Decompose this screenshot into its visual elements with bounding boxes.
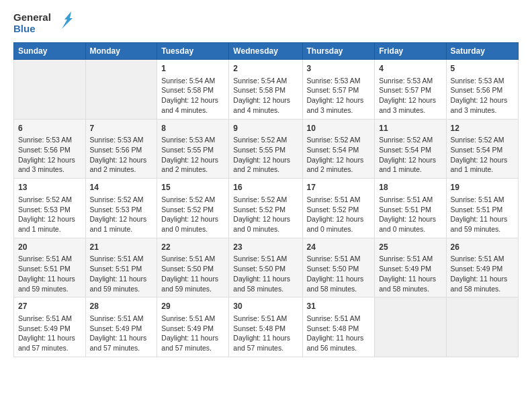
calendar-cell: 26Sunrise: 5:51 AMSunset: 5:49 PMDayligh… (446, 238, 518, 298)
calendar-week-row: 20Sunrise: 5:51 AMSunset: 5:51 PMDayligh… (14, 238, 519, 298)
daylight-label: Daylight: 12 hours and 1 minute. (379, 156, 436, 174)
day-number: 25 (379, 242, 441, 253)
sunrise-label: Sunrise: 5:51 AM (233, 314, 287, 322)
sunrise-label: Sunrise: 5:53 AM (307, 77, 361, 85)
sunset-label: Sunset: 5:52 PM (307, 205, 359, 214)
day-number: 6 (18, 123, 81, 134)
sunset-label: Sunset: 5:50 PM (161, 265, 214, 273)
daylight-label: Daylight: 12 hours and 3 minutes. (18, 156, 75, 174)
sunset-label: Sunset: 5:55 PM (233, 146, 285, 154)
day-number: 21 (90, 242, 153, 253)
sunset-label: Sunset: 5:56 PM (90, 146, 142, 154)
daylight-label: Daylight: 12 hours and 2 minutes. (161, 156, 218, 174)
daylight-label: Daylight: 11 hours and 58 minutes. (307, 275, 364, 293)
daylight-label: Daylight: 12 hours and 2 minutes. (90, 156, 147, 174)
daylight-label: Daylight: 11 hours and 59 minutes. (90, 275, 147, 293)
calendar-week-row: 6Sunrise: 5:53 AMSunset: 5:56 PMDaylight… (14, 119, 519, 179)
calendar-cell: 19Sunrise: 5:51 AMSunset: 5:51 PMDayligh… (446, 179, 518, 238)
calendar-cell: 24Sunrise: 5:51 AMSunset: 5:50 PMDayligh… (302, 238, 375, 298)
calendar-cell: 8Sunrise: 5:53 AMSunset: 5:55 PMDaylight… (157, 119, 229, 179)
sunrise-label: Sunrise: 5:51 AM (307, 255, 361, 263)
sunrise-label: Sunrise: 5:51 AM (307, 314, 361, 322)
sunrise-label: Sunrise: 5:51 AM (233, 255, 287, 263)
sunrise-label: Sunrise: 5:52 AM (233, 195, 287, 203)
sunset-label: Sunset: 5:50 PM (307, 265, 359, 273)
day-number: 18 (379, 182, 441, 193)
day-number: 5 (451, 63, 514, 75)
sunset-label: Sunset: 5:48 PM (307, 324, 359, 332)
sunrise-label: Sunrise: 5:52 AM (307, 136, 361, 144)
day-number: 16 (233, 182, 298, 193)
sunset-label: Sunset: 5:49 PM (90, 324, 142, 332)
sunset-label: Sunset: 5:58 PM (233, 86, 285, 94)
sunrise-label: Sunrise: 5:51 AM (90, 314, 144, 322)
sunrise-label: Sunrise: 5:53 AM (451, 77, 504, 85)
calendar-cell (85, 60, 157, 120)
sunrise-label: Sunrise: 5:51 AM (451, 195, 504, 203)
calendar: Sunday Monday Tuesday Wednesday Thursday… (13, 42, 519, 357)
daylight-label: Daylight: 12 hours and 0 minutes. (379, 215, 436, 233)
sunset-label: Sunset: 5:51 PM (451, 205, 503, 214)
sunset-label: Sunset: 5:54 PM (451, 146, 503, 154)
sunrise-label: Sunrise: 5:52 AM (233, 136, 287, 144)
daylight-label: Daylight: 12 hours and 3 minutes. (379, 96, 436, 114)
logo: General Blue (13, 10, 74, 36)
header-sunday: Sunday (14, 43, 86, 60)
sunset-label: Sunset: 5:56 PM (451, 86, 503, 94)
sunset-label: Sunset: 5:52 PM (233, 205, 285, 214)
day-number: 11 (379, 123, 441, 134)
day-number: 8 (161, 123, 224, 134)
svg-text:Blue: Blue (13, 23, 36, 34)
daylight-label: Daylight: 11 hours and 57 minutes. (161, 334, 218, 352)
day-number: 29 (161, 301, 224, 312)
day-number: 4 (379, 63, 441, 75)
weekday-header-row: Sunday Monday Tuesday Wednesday Thursday… (14, 43, 519, 60)
calendar-cell: 13Sunrise: 5:52 AMSunset: 5:53 PMDayligh… (14, 179, 86, 238)
day-number: 31 (307, 301, 371, 312)
daylight-label: Daylight: 12 hours and 1 minute. (90, 215, 147, 233)
sunset-label: Sunset: 5:51 PM (379, 205, 431, 214)
calendar-cell: 7Sunrise: 5:53 AMSunset: 5:56 PMDaylight… (85, 119, 157, 179)
sunset-label: Sunset: 5:57 PM (307, 86, 359, 94)
calendar-cell: 23Sunrise: 5:51 AMSunset: 5:50 PMDayligh… (229, 238, 302, 298)
daylight-label: Daylight: 12 hours and 3 minutes. (451, 96, 508, 114)
calendar-cell: 20Sunrise: 5:51 AMSunset: 5:51 PMDayligh… (14, 238, 86, 298)
calendar-cell: 2Sunrise: 5:54 AMSunset: 5:58 PMDaylight… (229, 60, 302, 120)
calendar-week-row: 1Sunrise: 5:54 AMSunset: 5:58 PMDaylight… (14, 60, 519, 120)
calendar-cell: 21Sunrise: 5:51 AMSunset: 5:51 PMDayligh… (85, 238, 157, 298)
calendar-cell: 18Sunrise: 5:51 AMSunset: 5:51 PMDayligh… (375, 179, 446, 238)
daylight-label: Daylight: 12 hours and 4 minutes. (233, 96, 290, 114)
calendar-cell: 5Sunrise: 5:53 AMSunset: 5:56 PMDaylight… (446, 60, 518, 120)
daylight-label: Daylight: 12 hours and 0 minutes. (161, 215, 218, 233)
calendar-cell: 14Sunrise: 5:52 AMSunset: 5:53 PMDayligh… (85, 179, 157, 238)
page: General Blue Sunday Monday Tuesday Wedne… (0, 0, 532, 364)
header: General Blue (13, 10, 519, 36)
daylight-label: Daylight: 12 hours and 1 minute. (451, 156, 508, 174)
header-tuesday: Tuesday (157, 43, 229, 60)
sunrise-label: Sunrise: 5:51 AM (161, 255, 215, 263)
calendar-cell: 11Sunrise: 5:52 AMSunset: 5:54 PMDayligh… (375, 119, 446, 179)
sunrise-label: Sunrise: 5:51 AM (161, 314, 215, 322)
daylight-label: Daylight: 11 hours and 59 minutes. (161, 275, 218, 293)
day-number: 20 (18, 242, 81, 253)
daylight-label: Daylight: 12 hours and 0 minutes. (233, 215, 290, 233)
sunrise-label: Sunrise: 5:54 AM (233, 77, 287, 85)
sunrise-label: Sunrise: 5:52 AM (451, 136, 504, 144)
header-wednesday: Wednesday (229, 43, 302, 60)
sunrise-label: Sunrise: 5:52 AM (90, 195, 144, 203)
daylight-label: Daylight: 11 hours and 58 minutes. (233, 275, 290, 293)
calendar-cell: 27Sunrise: 5:51 AMSunset: 5:49 PMDayligh… (14, 298, 86, 357)
daylight-label: Daylight: 11 hours and 57 minutes. (233, 334, 290, 352)
sunset-label: Sunset: 5:53 PM (18, 205, 71, 214)
day-number: 26 (451, 242, 514, 253)
sunrise-label: Sunrise: 5:51 AM (451, 255, 504, 263)
sunrise-label: Sunrise: 5:53 AM (161, 136, 215, 144)
day-number: 28 (90, 301, 153, 312)
sunrise-label: Sunrise: 5:53 AM (90, 136, 144, 144)
daylight-label: Daylight: 12 hours and 3 minutes. (307, 96, 364, 114)
sunrise-label: Sunrise: 5:51 AM (90, 255, 144, 263)
sunrise-label: Sunrise: 5:52 AM (161, 195, 215, 203)
daylight-label: Daylight: 11 hours and 57 minutes. (18, 334, 75, 352)
logo-icon: General Blue (13, 10, 74, 36)
sunset-label: Sunset: 5:52 PM (161, 205, 214, 214)
